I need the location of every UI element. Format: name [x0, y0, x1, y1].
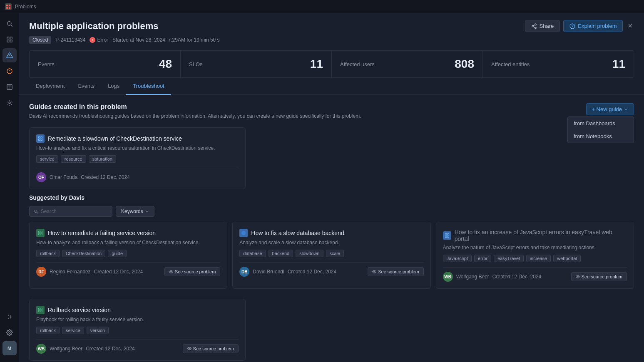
sidebar-icon-reports[interactable] [2, 80, 17, 94]
guide-card-created-title: Remediate a slowdown of CheckDestination… [36, 134, 239, 143]
svg-line-33 [37, 212, 37, 213]
tag-scale: scale [326, 250, 344, 257]
guide-icon-3 [443, 231, 451, 240]
stat-entities: Affected entities 11 [483, 51, 634, 77]
stat-slos-value: 11 [310, 57, 323, 71]
stat-events: Events 48 [30, 51, 181, 77]
svg-point-21 [535, 24, 536, 25]
stat-slos-label: SLOs [189, 61, 203, 67]
guides-created-header: Guides created in this problem Davis AI … [29, 103, 634, 126]
suggested-card-2: How to fix a slow database backend Analy… [232, 222, 430, 289]
svg-rect-37 [41, 233, 42, 235]
author-wb-2-name: Wolfgang Beer [50, 346, 82, 352]
svg-rect-47 [41, 308, 42, 310]
main-content: Multiple application problems Share E [19, 13, 644, 362]
author-of-created: Created 12 Dec, 2024 [81, 174, 129, 180]
see-source-button-2[interactable]: See source problem [368, 267, 423, 276]
tabs: Deployment Events Logs Troubleshoot [19, 78, 644, 95]
svg-rect-2 [6, 7, 8, 9]
see-source-button-4[interactable]: See source problem [183, 344, 239, 353]
close-button[interactable]: × [626, 20, 634, 32]
guide-author-rf: RF Regina Fernandez Created 12 Dec, 2024 [36, 267, 143, 277]
svg-rect-43 [445, 236, 447, 238]
tab-events[interactable]: Events [71, 78, 101, 95]
guides-created-title: Guides created in this problem [29, 103, 361, 111]
guides-created-desc: Davis AI recommends troubleshooting guid… [29, 113, 361, 119]
svg-point-39 [241, 231, 246, 235]
stat-events-label: Events [38, 61, 55, 67]
author-db-name: David Bruendl [253, 269, 284, 275]
new-guide-label: + New guide [592, 106, 622, 112]
search-box[interactable] [29, 206, 112, 217]
svg-rect-49 [41, 310, 42, 312]
dropdown-from-notebooks[interactable]: from Notebooks [568, 130, 634, 143]
svg-rect-30 [39, 139, 40, 141]
svg-rect-0 [6, 5, 8, 6]
tag-slowdown: slowdown [296, 250, 323, 257]
problem-started: Started at Nov 28, 2024, 7:29AM for 19 m… [112, 37, 219, 43]
author-wb-1-name: Wolfgang Beer [456, 274, 489, 280]
suggested-card-3-desc: Analyze the nature of JavaScript errors … [443, 245, 627, 250]
author-wb-1-created: Created 12 Dec, 2024 [492, 274, 541, 280]
sidebar-icon-expand[interactable]: ⟩⟩ [2, 310, 17, 324]
author-rf-created: Created 12 Dec, 2024 [94, 269, 143, 275]
svg-point-23 [535, 27, 536, 29]
suggested-card-4-desc: Playbook for rolling back a faulty servi… [36, 317, 239, 322]
keywords-filter-button[interactable]: Keywords [116, 206, 154, 217]
avatar-db: DB [239, 267, 249, 277]
sidebar-icon-search[interactable] [2, 17, 17, 31]
guide-author-of: OF Omar Fouda Created 12 Dec, 2024 [36, 172, 130, 182]
see-source-button-1[interactable]: See source problem [164, 267, 220, 276]
guide-icon-4 [36, 306, 45, 314]
svg-point-45 [577, 276, 578, 278]
tab-deployment[interactable]: Deployment [29, 78, 71, 95]
svg-rect-1 [9, 5, 10, 6]
new-guide-button[interactable]: + New guide [586, 103, 634, 115]
tag-backend: backend [269, 250, 293, 257]
stat-entities-label: Affected entities [491, 61, 530, 67]
stats-row: Events 48 SLOs 11 Affected users 808 Aff… [29, 50, 634, 78]
suggested-card-4-tags: rollback service version [36, 327, 239, 334]
share-button[interactable]: Share [525, 20, 560, 32]
guide-author-db: DB David Bruendl Created 12 Dec, 2024 [239, 267, 336, 277]
problem-header: Multiple application problems Share E [19, 13, 644, 78]
svg-point-20 [9, 332, 10, 333]
suggested-card-3-title-text: How to fix an increase of JavaScript err… [455, 229, 627, 242]
svg-rect-6 [7, 37, 9, 39]
suggested-card-3-tags: JavaScript error easyTravel increase web… [443, 255, 627, 262]
svg-point-32 [35, 210, 37, 212]
svg-rect-31 [41, 139, 42, 141]
app-icon [5, 3, 12, 10]
sidebar: ⟩⟩ M [0, 13, 19, 362]
sidebar-icon-user[interactable]: M [2, 341, 17, 355]
tag-saturation: saturation [89, 155, 116, 163]
tag-rollback-2: rollback [36, 327, 60, 334]
guide-card-created-desc: How-to analyze and fix a critical resour… [36, 145, 239, 151]
svg-line-24 [533, 26, 535, 27]
problem-title-row: Multiple application problems Share E [29, 20, 634, 32]
dropdown-from-dashboards[interactable]: from Dashboards [568, 117, 634, 130]
sidebar-icon-grid[interactable] [2, 32, 17, 47]
sidebar-icon-more[interactable] [2, 96, 17, 110]
svg-rect-8 [7, 40, 9, 42]
suggested-header: Suggested by Davis [29, 194, 634, 201]
svg-rect-9 [10, 40, 12, 42]
suggested-card-4-title-text: Rollback service version [48, 307, 111, 313]
stat-entities-value: 11 [612, 57, 625, 71]
see-source-button-3[interactable]: See source problem [571, 272, 627, 281]
new-guide-dropdown: from Dashboards from Notebooks [567, 117, 634, 143]
keywords-label: Keywords [121, 208, 143, 214]
tab-troubleshoot[interactable]: Troubleshoot [126, 78, 171, 95]
sidebar-icon-insights[interactable] [2, 64, 17, 78]
svg-rect-35 [41, 231, 42, 233]
explain-button[interactable]: Explain problem [563, 20, 623, 32]
suggested-card-2-title: How to fix a slow database backend [239, 229, 423, 237]
svg-point-40 [374, 271, 375, 273]
sidebar-icon-problems[interactable] [2, 48, 17, 62]
suggested-title: Suggested by Davis [29, 194, 85, 201]
tab-logs[interactable]: Logs [101, 78, 126, 95]
svg-rect-41 [445, 234, 447, 236]
svg-rect-28 [39, 137, 40, 139]
sidebar-icon-settings[interactable] [2, 325, 17, 340]
search-input[interactable] [41, 208, 108, 214]
